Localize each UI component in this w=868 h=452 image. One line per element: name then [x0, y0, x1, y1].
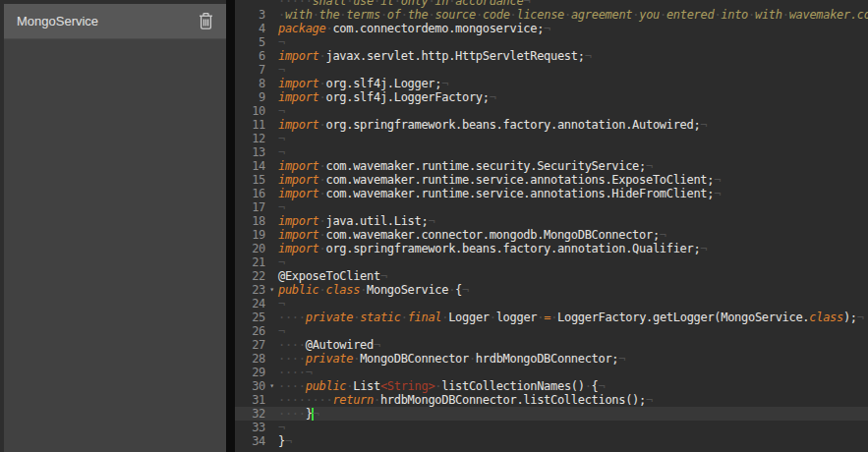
line-number[interactable]: 14	[235, 159, 278, 173]
service-list: MongoService	[4, 4, 226, 452]
code-line[interactable]: 28····private·MongoDBConnector·hrdbMongo…	[235, 352, 868, 366]
code-line[interactable]: 23▾public·class·MongoService·{¬	[235, 283, 868, 297]
line-number[interactable]: 7	[235, 63, 278, 77]
code-line[interactable]: 17¬	[235, 200, 868, 214]
sidebar: MongoService	[0, 0, 226, 452]
code-line[interactable]: 19import·com.wavemaker.connector.mongodb…	[235, 228, 868, 242]
line-number[interactable]: 32	[235, 407, 278, 421]
line-number[interactable]: 26	[235, 324, 278, 338]
code-line[interactable]: 26¬	[235, 324, 868, 338]
fold-arrow-icon[interactable]: ▾	[265, 283, 278, 297]
line-number[interactable]: 4	[235, 22, 278, 35]
code-line[interactable]: 27····@Autowired¬	[235, 338, 868, 352]
trash-icon	[198, 12, 214, 30]
line-number[interactable]: 18	[235, 214, 278, 228]
line-number[interactable]: 9	[235, 90, 278, 104]
code-line[interactable]: 9import·org.slf4j.LoggerFactory;¬	[235, 90, 868, 104]
line-number[interactable]: 23▾	[235, 283, 278, 297]
line-number[interactable]: 3	[235, 8, 278, 22]
line-number[interactable]: 12	[235, 132, 278, 145]
editor-lines: ·····shall·use·it·only·in·accordance¬3·w…	[235, 0, 868, 448]
line-number[interactable]: 15	[235, 173, 278, 187]
line-number[interactable]: 11	[235, 118, 278, 132]
line-number[interactable]: 27	[235, 338, 278, 352]
code-line[interactable]: 22@ExposeToClient¬	[235, 269, 868, 283]
line-number[interactable]: 30▾	[235, 379, 278, 393]
line-number[interactable]: 31	[235, 393, 278, 407]
code-line[interactable]: 31········return·hrdbMongoDBConnector.li…	[235, 393, 868, 407]
code-line[interactable]: ·····shall·use·it·only·in·accordance¬	[235, 0, 868, 8]
sidebar-item-mongoservice[interactable]: MongoService	[4, 4, 226, 39]
app-window: MongoService	[0, 0, 868, 452]
code-line[interactable]: 25····private·static·final·Logger·logger…	[235, 311, 868, 324]
line-number[interactable]: 29	[235, 366, 278, 379]
line-number[interactable]: 5	[235, 35, 278, 49]
code-line[interactable]: 16import·com.wavemaker.runtime.service.a…	[235, 187, 868, 200]
code-line[interactable]: 4package·com.connectordemo.mongoservice;…	[235, 22, 868, 35]
code-line[interactable]: 12¬	[235, 132, 868, 145]
code-line[interactable]: 34}¬	[235, 434, 868, 448]
fold-arrow-icon[interactable]: ▾	[265, 379, 278, 393]
code-line[interactable]: 10¬	[235, 104, 868, 118]
panel-divider	[226, 0, 235, 452]
line-number[interactable]: 17	[235, 200, 278, 214]
line-number[interactable]: 8	[235, 77, 278, 90]
code-line[interactable]: 3·with·the·terms·of·the·source·code·lice…	[235, 8, 868, 22]
line-number[interactable]: 33	[235, 421, 278, 434]
code-line[interactable]: 20import·org.springframework.beans.facto…	[235, 242, 868, 255]
line-number[interactable]: 21	[235, 255, 278, 269]
line-number[interactable]: 25	[235, 311, 278, 324]
code-line[interactable]: 6import·javax.servlet.http.HttpServletRe…	[235, 49, 868, 63]
code-line[interactable]: 24¬	[235, 297, 868, 311]
service-name-label: MongoService	[17, 14, 196, 28]
code-line[interactable]: 5¬	[235, 35, 868, 49]
line-number[interactable]: 10	[235, 104, 278, 118]
code-line[interactable]: 13¬	[235, 145, 868, 159]
code-line[interactable]: 8import·org.slf4j.Logger;¬	[235, 77, 868, 90]
line-number[interactable]: 34	[235, 434, 278, 448]
line-number[interactable]: 16	[235, 187, 278, 200]
code-line[interactable]: 14import·com.wavemaker.runtime.security.…	[235, 159, 868, 173]
code-line[interactable]: 11import·org.springframework.beans.facto…	[235, 118, 868, 132]
code-line[interactable]: 29····¬	[235, 366, 868, 379]
code-line[interactable]: 32····}¬	[235, 407, 868, 421]
line-number[interactable]: 28	[235, 352, 278, 366]
line-number[interactable]: 20	[235, 242, 278, 255]
line-number[interactable]: 22	[235, 269, 278, 283]
code-editor[interactable]: ·····shall·use·it·only·in·accordance¬3·w…	[235, 0, 868, 452]
delete-service-button[interactable]	[196, 10, 216, 32]
code-line[interactable]: 18import·java.util.List;¬	[235, 214, 868, 228]
code-line[interactable]: 15import·com.wavemaker.runtime.service.a…	[235, 173, 868, 187]
code-line[interactable]: 33¬	[235, 421, 868, 434]
line-number[interactable]: 6	[235, 49, 278, 63]
code-line[interactable]: 21¬	[235, 255, 868, 269]
code-line[interactable]: 30▾····public·List<String>·listCollectio…	[235, 379, 868, 393]
line-number[interactable]	[235, 0, 278, 8]
line-number[interactable]: 24	[235, 297, 278, 311]
line-number[interactable]: 19	[235, 228, 278, 242]
line-number[interactable]: 13	[235, 145, 278, 159]
code-line[interactable]: 7¬	[235, 63, 868, 77]
